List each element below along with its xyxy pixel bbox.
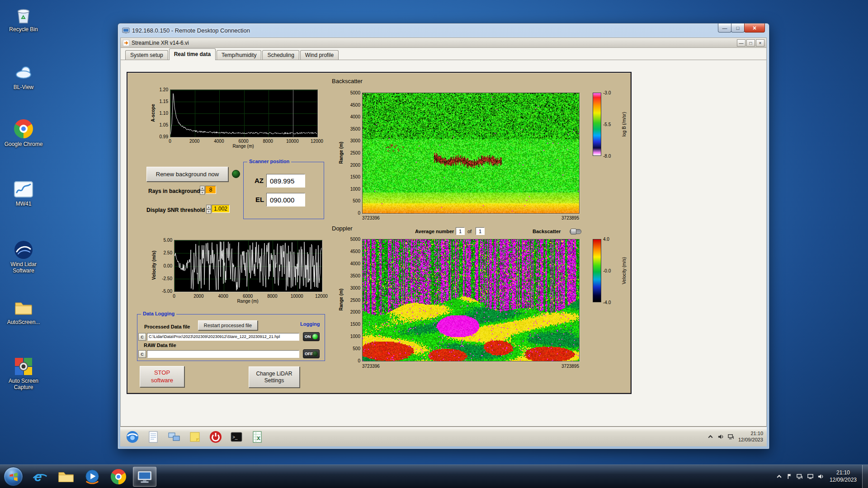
windows-explorer-icon[interactable] (54, 467, 78, 487)
network-icon[interactable] (728, 433, 735, 440)
show-desktop-button[interactable] (862, 465, 868, 488)
command-prompt-icon[interactable]: >_ (230, 430, 243, 444)
velocity-ylabel: Velocity (m/s) (151, 251, 156, 280)
close-button[interactable]: × (744, 23, 765, 33)
raw-path-field[interactable] (147, 350, 299, 358)
browser-icon[interactable] (126, 430, 139, 444)
az-field[interactable]: 089.995 (266, 174, 305, 188)
display-icon[interactable] (807, 473, 814, 480)
desktop-icon-auto-screen-capture[interactable]: Auto Screen Capture (3, 356, 44, 391)
tab-temp-humidity[interactable]: Temp/humidity (217, 50, 261, 60)
media-player-icon[interactable] (80, 467, 104, 487)
rays-in-background-field[interactable]: 8 (205, 186, 216, 194)
axis-tick: 4000 (350, 261, 360, 266)
volume-icon[interactable] (717, 433, 724, 440)
processed-path-field[interactable]: C:\Lidar\Data\Proc\2023\202309\20230912\… (147, 333, 299, 341)
tab-system-setup[interactable]: System setup (125, 50, 168, 60)
tray-expand-icon[interactable] (776, 473, 783, 480)
svg-text:>_: >_ (232, 435, 238, 440)
axis-tick: -3.0 (603, 90, 611, 95)
minimize-button[interactable]: — (718, 23, 731, 33)
processed-file-browse-button[interactable]: C (138, 333, 146, 341)
raw-logging-toggle[interactable]: OFF (303, 349, 320, 358)
el-field[interactable]: 090.000 (266, 193, 305, 206)
remote-clock[interactable]: 21:10 12/09/2023 (738, 431, 763, 443)
axis-tick: -5.5 (603, 122, 611, 127)
network-icon[interactable] (797, 473, 803, 480)
autoscreen-folder-icon (13, 297, 34, 318)
renew-background-button[interactable]: Renew background now (146, 167, 228, 182)
rays-in-background-stepper[interactable]: ▲▼ (200, 186, 205, 194)
tab-wind-profile[interactable]: Wind profile (300, 50, 339, 60)
axis-tick: 0 (173, 294, 175, 299)
average-number-label: Average number (415, 229, 454, 234)
desktop-icon-list: Recycle BinBL-ViewGoogle ChromeMW41Wind … (0, 0, 54, 407)
desktop-icon-wind-lidar[interactable]: Wind Lidar Software (3, 239, 44, 274)
app-minimize-button[interactable]: — (737, 39, 745, 47)
average-of-field[interactable]: 1 (476, 227, 485, 235)
maximize-button[interactable]: □ (731, 23, 745, 33)
labview-app-icon (123, 40, 129, 46)
axis-tick: -2.50 (162, 276, 172, 281)
spreadsheet-icon[interactable]: X (250, 430, 264, 444)
tab-scheduling[interactable]: Scheduling (262, 50, 299, 60)
snr-threshold-stepper[interactable]: ▲▼ (206, 205, 211, 213)
volume-icon[interactable] (817, 473, 824, 480)
axis-tick: 2.50 (164, 250, 172, 255)
host-taskbar: e 21:10 12/09/2023 (0, 465, 868, 488)
remote-desktop-icon[interactable] (133, 467, 156, 487)
snr-threshold-field[interactable]: 1.002 (212, 205, 230, 213)
action-center-icon[interactable] (786, 473, 793, 480)
logging-label: Logging (300, 321, 320, 327)
logging-on-led (312, 334, 318, 339)
axis-tick: 10000 (291, 294, 303, 299)
stop-software-button[interactable]: STOP software (140, 366, 184, 387)
axis-tick: 8000 (263, 139, 273, 144)
rdp-titlebar[interactable]: 192.168.0.150 - Remote Desktop Connectio… (118, 23, 769, 38)
change-lidar-settings-button[interactable]: Change LiDAR Settings (249, 366, 300, 388)
axis-tick: 1500 (350, 174, 360, 179)
renew-background-led (232, 170, 240, 178)
backscatter-display-toggle[interactable] (570, 229, 581, 234)
average-number-field[interactable]: 1 (456, 227, 465, 235)
network-setup-icon[interactable] (167, 430, 181, 444)
desktop-icon-google-chrome[interactable]: Google Chrome (3, 119, 44, 148)
stop-line1: STOP (154, 369, 170, 376)
el-label: EL (255, 196, 264, 203)
sticky-notes-icon[interactable] (188, 430, 202, 444)
desktop-icon-bl-view[interactable]: BL-View (3, 62, 44, 91)
axis-tick: 1000 (350, 186, 360, 191)
ascope-ylabel: A-scope (151, 104, 156, 122)
processed-logging-toggle[interactable]: ON (303, 332, 320, 341)
axis-tick: 0 (169, 139, 171, 144)
raw-file-browse-button[interactable]: C (138, 350, 146, 358)
desktop-icon-autoscreen-folder[interactable]: AutoScreen... (3, 297, 44, 326)
backscatter-x-end: 3723895 (561, 216, 579, 221)
remote-desktop-icon (122, 27, 130, 34)
internet-explorer-icon[interactable]: e (28, 467, 52, 487)
notepad-icon[interactable] (146, 430, 160, 444)
tab-real-time-data[interactable]: Real time data (169, 48, 216, 60)
axis-tick: 0 (358, 211, 360, 216)
bl-view-icon (13, 62, 34, 83)
remote-system-tray: 21:10 12/09/2023 (707, 427, 763, 446)
axis-tick: 3000 (350, 285, 360, 290)
power-icon[interactable] (209, 430, 222, 444)
desktop-icon-mw41[interactable]: MW41 (3, 179, 44, 207)
app-close-button[interactable]: × (756, 39, 764, 47)
tray-expand-icon[interactable] (707, 433, 714, 440)
axis-tick: 4.0 (603, 237, 609, 242)
doppler-heatmap (362, 239, 580, 361)
desktop-icon-recycle-bin[interactable]: Recycle Bin (3, 5, 44, 33)
axis-tick: 2000 (189, 139, 199, 144)
data-logging-title: Data Logging (141, 311, 176, 316)
app-titlebar[interactable]: StreamLine XR v14-6.vi — □ × (121, 38, 766, 48)
streamline-app-window: StreamLine XR v14-6.vi — □ × System setu… (120, 38, 767, 427)
start-button[interactable] (4, 467, 23, 486)
axis-tick: 1500 (350, 322, 360, 327)
app-restore-button[interactable]: □ (746, 39, 755, 47)
restart-processed-file-button[interactable]: Restart processed file (198, 320, 258, 330)
axis-tick: 6000 (243, 294, 253, 299)
google-chrome-icon[interactable] (107, 467, 130, 487)
host-clock[interactable]: 21:10 12/09/2023 (830, 469, 857, 483)
